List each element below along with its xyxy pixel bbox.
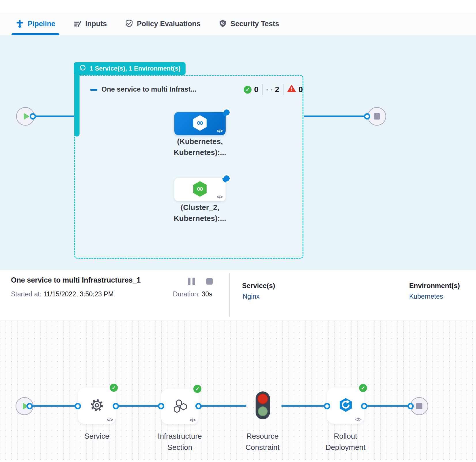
loop-icon xyxy=(79,64,86,73)
failed-count-value: 0 xyxy=(299,85,303,94)
stage-group-title: One service to multi Infrast... xyxy=(101,85,196,93)
step-edge xyxy=(30,405,246,407)
shield-gear-icon xyxy=(218,19,227,29)
tab-label: Policy Evaluations xyxy=(137,20,201,28)
running-count: 2 xyxy=(267,85,279,94)
running-dots-icon xyxy=(267,89,272,90)
services-link[interactable]: Nginx xyxy=(243,293,260,300)
warning-triangle-icon xyxy=(287,85,296,94)
bottom-strip xyxy=(0,460,476,462)
duration-label: Duration: xyxy=(173,290,200,298)
harness-service-icon: ∞ xyxy=(192,180,208,199)
code-icon: </> xyxy=(217,194,222,200)
connector-dot xyxy=(195,403,202,409)
execution-graph: 1 Service(s), 1 Environment(s) One servi… xyxy=(0,36,476,270)
play-icon xyxy=(24,113,29,120)
divider xyxy=(229,273,230,317)
running-count-value: 2 xyxy=(275,85,279,94)
stop-icon xyxy=(374,113,380,120)
matrix-node-kubernetes[interactable]: ∞ </> xyxy=(174,112,226,135)
started-at-label: Started at: xyxy=(11,290,41,298)
tab-inputs[interactable]: Inputs xyxy=(69,12,111,35)
tab-label: Pipeline xyxy=(28,20,55,28)
connector-dot xyxy=(361,403,367,409)
divider xyxy=(262,84,263,95)
execution-summary-bar: One service to multi Infrastructures_1 S… xyxy=(0,270,476,321)
stage-steps-canvas: </> ✓ Service </> ✓ InfrastructureSectio… xyxy=(0,321,476,462)
node-label: (Kubernetes, Kubernetes):... xyxy=(160,136,240,158)
environments-label: Environment(s) xyxy=(409,282,460,290)
divider xyxy=(283,84,284,95)
duration: Duration: 30s xyxy=(173,290,212,298)
tab-label: Security Tests xyxy=(231,20,279,28)
red-light xyxy=(258,394,268,404)
connector-dot xyxy=(75,403,81,409)
code-icon: </> xyxy=(190,418,195,423)
collapse-minus-icon[interactable] xyxy=(90,89,97,91)
step-label-service: Service xyxy=(68,431,126,442)
step-service[interactable]: </> xyxy=(78,388,116,424)
step-infrastructure-section[interactable]: </> xyxy=(161,389,199,424)
tab-policy-evaluations[interactable]: Policy Evaluations xyxy=(121,12,205,35)
started-at-value: 11/15/2022, 3:50:23 PM xyxy=(44,290,114,298)
green-light xyxy=(258,406,268,416)
connector-dot xyxy=(364,113,370,120)
step-label-infrastructure: InfrastructureSection xyxy=(145,431,214,453)
rollout-icon xyxy=(338,397,354,414)
harness-service-icon: ∞ xyxy=(192,114,208,133)
success-icon: ✓ xyxy=(244,86,252,94)
edge-start-to-stage xyxy=(35,116,75,117)
stage-badge: 1 Service(s), 1 Environment(s) xyxy=(74,62,186,75)
connector-dot xyxy=(407,403,414,409)
matrix-stage-container xyxy=(74,75,303,259)
stage-badge-tail xyxy=(74,70,80,137)
svg-text:∞: ∞ xyxy=(197,118,204,128)
step-label-resource-constraint: ResourceConstraint xyxy=(228,431,297,453)
tab-pipeline[interactable]: Pipeline xyxy=(12,12,59,35)
connector-dot xyxy=(158,403,164,409)
services-label: Service(s) xyxy=(242,282,275,290)
success-badge-icon: ✓ xyxy=(359,384,367,392)
abort-button[interactable] xyxy=(206,278,213,285)
traffic-light-icon[interactable] xyxy=(256,391,270,419)
stage-status-row: ✓ 0 2 0 xyxy=(244,84,303,95)
tab-bar: Pipeline Inputs Policy Evaluations Secur… xyxy=(0,12,476,35)
stage-badge-label: 1 Service(s), 1 Environment(s) xyxy=(90,65,180,72)
pause-button[interactable] xyxy=(188,278,195,285)
code-icon: </> xyxy=(355,417,361,422)
connector-dot xyxy=(27,403,33,409)
code-icon: </> xyxy=(107,417,113,423)
success-count: ✓ 0 xyxy=(244,85,258,94)
gear-icon xyxy=(89,397,105,414)
success-count-value: 0 xyxy=(254,85,258,94)
matrix-node-cluster-2[interactable]: ∞ </> xyxy=(174,178,226,201)
pipeline-icon xyxy=(16,20,24,28)
inputs-icon xyxy=(73,20,82,28)
stop-icon xyxy=(416,403,422,409)
end-node xyxy=(368,107,386,126)
duration-value: 30s xyxy=(202,290,212,298)
step-label-rollout: RolloutDeployment xyxy=(311,431,380,453)
failed-count: 0 xyxy=(287,85,303,94)
connector-dot xyxy=(113,403,119,409)
tab-security-tests[interactable]: Security Tests xyxy=(214,12,283,35)
edge-stage-to-end xyxy=(304,116,364,117)
environments-link[interactable]: Kubernetes xyxy=(409,293,443,300)
connector-dot xyxy=(324,403,330,409)
shield-check-icon xyxy=(125,19,133,29)
top-strip xyxy=(0,0,476,12)
started-at: Started at: 11/15/2022, 3:50:23 PM xyxy=(11,290,114,298)
tab-label: Inputs xyxy=(85,20,107,28)
code-icon: </> xyxy=(217,128,222,134)
success-badge-icon: ✓ xyxy=(193,385,201,393)
step-rollout-deployment[interactable]: </> xyxy=(327,387,364,424)
node-label: (Cluster_2, Kubernetes):... xyxy=(160,202,240,224)
execution-title: One service to multi Infrastructures_1 xyxy=(11,276,141,284)
hexagons-icon xyxy=(172,399,188,415)
success-badge-icon: ✓ xyxy=(110,384,118,392)
pipeline-execution-page: Pipeline Inputs Policy Evaluations Secur… xyxy=(0,0,476,462)
connector-dot xyxy=(30,113,36,120)
svg-text:∞: ∞ xyxy=(197,183,204,194)
